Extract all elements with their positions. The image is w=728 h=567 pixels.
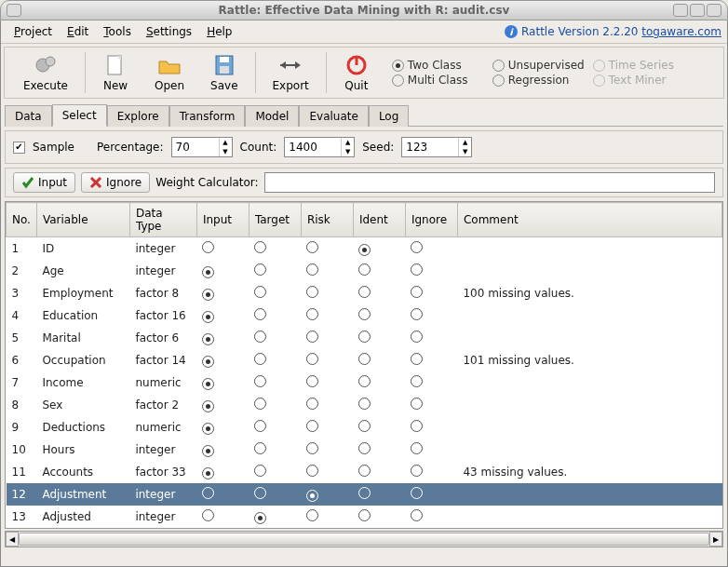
role-ignore-radio[interactable] [405, 483, 457, 506]
table-row[interactable]: 2Ageinteger [7, 260, 722, 282]
role-input-radio[interactable] [196, 237, 249, 261]
role-target-radio[interactable] [249, 260, 301, 282]
minimize-button[interactable] [673, 4, 688, 17]
role-target-radio[interactable] [249, 461, 301, 483]
percentage-spinner[interactable]: ▲▼ [171, 137, 233, 157]
role-risk-radio[interactable] [301, 483, 353, 506]
tab-model[interactable]: Model [245, 105, 299, 127]
role-risk-radio[interactable] [301, 506, 353, 528]
table-row[interactable]: 6Occupationfactor 14101 missing values. [7, 349, 722, 371]
scroll-right-icon[interactable]: ▶ [709, 532, 722, 547]
role-ignore-radio[interactable] [405, 371, 457, 394]
radio-two-class[interactable]: Two Class [392, 59, 485, 72]
role-risk-radio[interactable] [301, 349, 353, 371]
role-target-radio[interactable] [249, 327, 301, 349]
close-button[interactable] [707, 4, 721, 17]
column-header[interactable]: Variable [36, 203, 129, 237]
role-input-radio[interactable] [196, 327, 249, 349]
role-risk-radio[interactable] [301, 394, 353, 416]
column-header[interactable]: Data Type [129, 203, 196, 237]
role-ignore-radio[interactable] [405, 394, 457, 416]
role-input-radio[interactable] [196, 371, 249, 394]
role-input-radio[interactable] [196, 394, 249, 416]
role-ignore-radio[interactable] [405, 506, 457, 528]
role-target-radio[interactable] [249, 237, 301, 261]
role-ignore-radio[interactable] [405, 260, 457, 282]
role-target-radio[interactable] [249, 282, 301, 304]
role-ignore-radio[interactable] [405, 461, 457, 483]
percentage-input[interactable] [172, 138, 219, 156]
role-ident-radio[interactable] [353, 506, 405, 528]
role-ident-radio[interactable] [353, 461, 405, 483]
role-ident-radio[interactable] [353, 282, 405, 304]
role-input-radio[interactable] [196, 506, 249, 528]
table-row[interactable]: 7Incomenumeric [7, 371, 722, 394]
table-row[interactable]: 3Employmentfactor 8100 missing values. [7, 282, 722, 304]
role-target-radio[interactable] [249, 506, 301, 528]
tab-data[interactable]: Data [5, 105, 52, 127]
togaware-link[interactable]: togaware.com [641, 25, 721, 38]
role-ignore-radio[interactable] [405, 416, 457, 439]
up-arrow-icon[interactable]: ▲ [342, 138, 354, 147]
menu-edit[interactable]: Edit [60, 22, 96, 41]
weight-calc-input[interactable] [264, 172, 715, 193]
role-target-radio[interactable] [249, 349, 301, 371]
role-ident-radio[interactable] [353, 439, 405, 461]
export-button[interactable]: Export [260, 51, 322, 94]
role-ignore-radio[interactable] [405, 282, 457, 304]
role-risk-radio[interactable] [301, 237, 353, 261]
role-ignore-radio[interactable] [405, 439, 457, 461]
scroll-left-icon[interactable]: ◀ [6, 532, 19, 547]
up-arrow-icon[interactable]: ▲ [459, 138, 471, 147]
new-button[interactable]: New [89, 51, 142, 94]
radio-regression[interactable]: Regression [492, 74, 586, 87]
role-input-radio[interactable] [196, 439, 249, 461]
role-target-radio[interactable] [249, 304, 301, 327]
tab-log[interactable]: Log [369, 105, 409, 127]
table-row[interactable]: 1IDinteger [7, 237, 722, 261]
menu-settings[interactable]: Settings [139, 22, 199, 41]
role-ident-radio[interactable] [353, 483, 405, 506]
column-header[interactable]: Risk [301, 203, 353, 237]
execute-button[interactable]: Execute [10, 51, 81, 94]
window-menu-button[interactable] [7, 4, 21, 17]
count-input[interactable] [285, 138, 341, 156]
seed-input[interactable] [402, 138, 458, 156]
role-ident-radio[interactable] [353, 327, 405, 349]
column-header[interactable]: Comment [457, 203, 721, 237]
role-input-radio[interactable] [196, 304, 249, 327]
tab-select[interactable]: Select [52, 104, 107, 127]
role-ignore-radio[interactable] [405, 237, 457, 261]
role-ident-radio[interactable] [353, 304, 405, 327]
role-input-radio[interactable] [196, 349, 249, 371]
role-ignore-radio[interactable] [405, 327, 457, 349]
down-arrow-icon[interactable]: ▼ [220, 147, 232, 156]
table-row[interactable]: 4Educationfactor 16 [7, 304, 722, 327]
tab-transform[interactable]: Transform [169, 105, 246, 127]
role-target-radio[interactable] [249, 394, 301, 416]
quit-button[interactable]: Quit [330, 51, 383, 94]
tab-explore[interactable]: Explore [107, 105, 169, 127]
role-ident-radio[interactable] [353, 349, 405, 371]
input-button[interactable]: Input [13, 172, 75, 193]
table-row[interactable]: 9Deductionsnumeric [7, 416, 722, 439]
horizontal-scrollbar[interactable]: ◀ ▶ [5, 531, 723, 547]
menu-tools[interactable]: Tools [96, 22, 139, 41]
role-risk-radio[interactable] [301, 304, 353, 327]
role-input-radio[interactable] [196, 483, 249, 506]
menu-project[interactable]: Project [7, 22, 60, 41]
table-row[interactable]: 10Hoursinteger [7, 439, 722, 461]
radio-multi-class[interactable]: Multi Class [392, 74, 485, 87]
column-header[interactable]: Target [249, 203, 301, 237]
role-target-radio[interactable] [249, 439, 301, 461]
save-button[interactable]: Save [197, 51, 250, 94]
role-risk-radio[interactable] [301, 327, 353, 349]
scrollbar-thumb[interactable] [19, 533, 709, 546]
role-ident-radio[interactable] [353, 237, 405, 261]
down-arrow-icon[interactable]: ▼ [459, 147, 471, 156]
role-ignore-radio[interactable] [405, 349, 457, 371]
radio-unsupervised[interactable]: Unsupervised [492, 59, 586, 72]
role-ident-radio[interactable] [353, 394, 405, 416]
column-header[interactable]: Ident [353, 203, 405, 237]
role-input-radio[interactable] [196, 260, 249, 282]
